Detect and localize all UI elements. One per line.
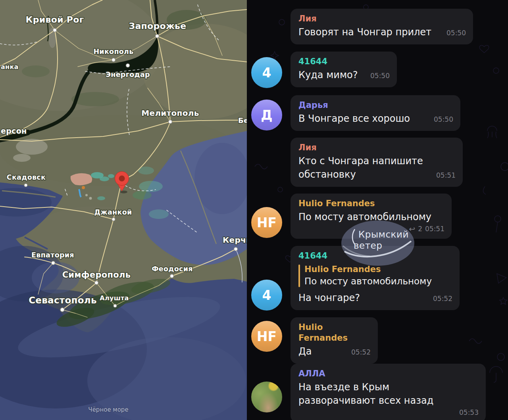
sender-name[interactable]: Лия xyxy=(298,142,456,153)
watermark-text: ветер xyxy=(354,240,382,251)
message-time: 05:51 xyxy=(425,224,444,233)
city-label-melitopol: Мелитополь xyxy=(141,108,199,118)
avatar[interactable]: HF xyxy=(251,207,282,238)
message-bubble[interactable]: Дарья В Чонгаре все хорошо 05:50 xyxy=(291,95,460,131)
message-text: Говорят на Чонгар прилет xyxy=(298,25,466,39)
watermark-text: Крымский xyxy=(358,229,409,240)
chat-panel[interactable]: Лия Говорят на Чонгар прилет 05:50 4 416… xyxy=(247,0,508,420)
message-bubble[interactable]: 41644 Куда мимо? 05:50 xyxy=(291,52,397,87)
avatar-initial: 4 xyxy=(251,57,282,88)
reply-quote-bar xyxy=(298,265,300,287)
sender-name[interactable]: Hulio Fernandes xyxy=(298,322,371,343)
city-label-dzhankoy: Джанкой xyxy=(94,208,132,216)
city-label-skadovsk: Скадовск xyxy=(7,173,46,181)
city-label-nikopol: Никополь xyxy=(93,48,133,56)
city-label-berdyansk-partial: Бе xyxy=(238,116,247,125)
sender-name[interactable]: Hulio Fernandes xyxy=(298,198,444,209)
reply-quote-text: По мосту автомобильному xyxy=(304,275,452,288)
sender-name[interactable]: Лия xyxy=(298,13,466,24)
map-canvas: Кривой Рог Запорожье Никополь Энергодар … xyxy=(0,0,247,420)
city-label-alushta: Алушта xyxy=(100,294,129,302)
message-text: Кто с Чонгара напишите обстановку xyxy=(298,154,456,181)
pin-shadow xyxy=(120,191,127,194)
message-bubble[interactable]: Лия Кто с Чонгара напишите обстановку 05… xyxy=(291,138,463,187)
avatar-initial: Д xyxy=(251,100,282,130)
city-label-partial-anka: анка xyxy=(1,63,19,71)
city-label-krivoy-rog: Кривой Рог xyxy=(26,15,84,25)
avatar-initial: HF xyxy=(251,321,282,352)
sender-name[interactable]: 41644 xyxy=(298,56,390,67)
message-text: В Чонгаре все хорошо xyxy=(298,112,453,125)
city-label-energodar: Энергодар xyxy=(106,71,150,79)
message-bubble[interactable]: Лия Говорят на Чонгар прилет 05:50 xyxy=(291,9,473,44)
sea-label-black-sea: Чёрное море xyxy=(88,406,128,413)
message-time: 05:50 xyxy=(446,26,466,40)
pin-inner-dot xyxy=(119,176,125,182)
city-label-zaporozhye: Запорожье xyxy=(129,21,186,31)
city-label-simferopol: Симферополь xyxy=(62,270,131,280)
avatar[interactable]: 4 xyxy=(251,57,282,88)
city-label-kherson-partial: ерсон xyxy=(1,127,27,135)
message-bubble[interactable]: АЛЛА На въезде в Крым разворачивают всех… xyxy=(291,364,486,420)
avatar[interactable]: HF xyxy=(251,321,282,352)
avatar-photo-flowers xyxy=(251,382,282,412)
sender-name[interactable]: Дарья xyxy=(298,100,453,111)
city-label-sevastopol: Севастополь xyxy=(29,295,97,305)
reply-quote[interactable]: Hulio Fernandes По мосту автомобильному xyxy=(298,263,452,288)
message-bubble[interactable]: Hulio Fernandes Да 05:52 xyxy=(291,317,378,364)
message-time: 05:52 xyxy=(351,345,371,359)
map-panel[interactable]: Кривой Рог Запорожье Никополь Энергодар … xyxy=(0,0,247,420)
city-label-yevpatoria: Евпатория xyxy=(31,251,74,259)
screenshot-root: Кривой Рог Запорожье Никополь Энергодар … xyxy=(0,0,508,420)
avatar[interactable]: 4 xyxy=(251,280,282,311)
avatar[interactable]: Д xyxy=(251,100,282,130)
city-label-kerch: Керчь xyxy=(223,235,247,245)
message-time: 05:52 xyxy=(433,292,452,305)
city-label-feodosia: Феодосия xyxy=(152,265,193,273)
message-time: 05:50 xyxy=(370,69,390,82)
avatar-initial: 4 xyxy=(251,280,282,311)
message-text: На въезде в Крым разворачивают всех наза… xyxy=(298,380,479,407)
avatar[interactable] xyxy=(251,382,282,412)
channel-watermark: Крымский ветер xyxy=(341,221,414,266)
sender-name[interactable]: АЛЛА xyxy=(298,368,479,379)
message-time: 05:51 xyxy=(436,169,456,182)
reply-count: 2 xyxy=(418,224,422,233)
message-text: На чонгаре? xyxy=(298,291,452,305)
message-time: 05:50 xyxy=(434,113,453,126)
message-time: 05:53 xyxy=(459,408,479,417)
avatar-initial: HF xyxy=(251,207,282,238)
